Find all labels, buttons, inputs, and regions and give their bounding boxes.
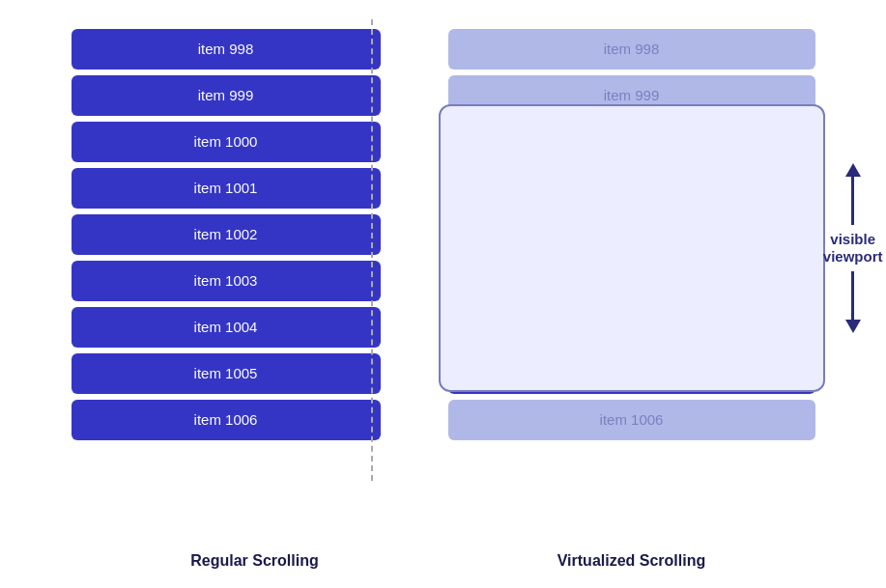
diagram: item 998item 999item 1000item 1001item 1… — [28, 19, 859, 570]
arrow-down-icon — [845, 320, 861, 333]
viewport-label: visibleviewport — [823, 104, 883, 392]
left-column-label: Regular Scrolling — [100, 552, 410, 570]
labels-row: Regular Scrolling Virtualized Scrolling — [28, 552, 859, 570]
viewport-label-text: visibleviewport — [823, 231, 883, 266]
right-item-6: item 1004 — [448, 307, 815, 348]
right-item-3: item 1001 — [448, 168, 815, 209]
arrow-shaft-bottom — [851, 271, 854, 320]
divider — [371, 19, 373, 481]
left-column: item 998item 999item 1000item 1001item 1… — [71, 19, 381, 440]
left-item-2: item 1000 — [71, 122, 381, 162]
right-item-2: item 1000 — [448, 122, 815, 162]
arrow-group: visibleviewport — [823, 163, 883, 333]
right-item-1: item 999 — [448, 75, 815, 116]
right-item-0: item 998 — [448, 29, 815, 70]
right-item-8: item 1006 — [448, 400, 815, 440]
left-item-6: item 1004 — [71, 307, 381, 348]
arrow-shaft-top — [851, 177, 854, 225]
left-item-1: item 999 — [71, 75, 381, 116]
arrow-up-icon — [845, 163, 861, 177]
left-item-0: item 998 — [71, 29, 381, 70]
right-item-4: item 1002 — [448, 214, 815, 255]
left-item-8: item 1006 — [71, 400, 381, 440]
left-item-4: item 1002 — [71, 214, 381, 255]
left-item-3: item 1001 — [71, 168, 381, 209]
left-item-7: item 1005 — [71, 353, 381, 394]
columns-area: item 998item 999item 1000item 1001item 1… — [28, 19, 859, 539]
right-item-5: item 1003 — [448, 261, 815, 301]
left-item-5: item 1003 — [71, 261, 381, 301]
right-area: item 998item 999item 1000item 1001item 1… — [448, 19, 815, 440]
right-column-label: Virtualized Scrolling — [477, 552, 786, 570]
right-item-7: item 1005 — [448, 353, 815, 394]
